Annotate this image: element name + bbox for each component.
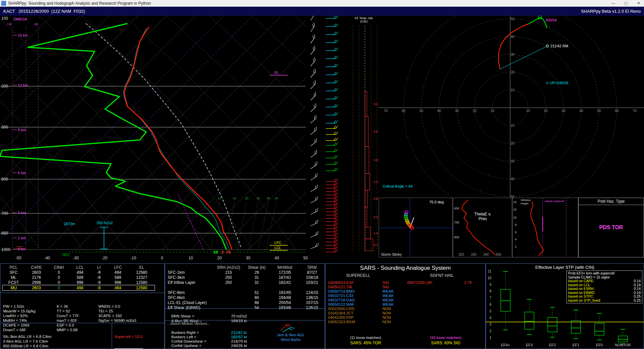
svg-text:40: 40	[511, 177, 515, 181]
svg-text:340: 340	[483, 253, 489, 256]
svg-text:20: 20	[544, 109, 548, 113]
svg-text:320: 320	[459, 253, 464, 256]
sars-match[interactable]: 54050121.TIKSIG	[328, 285, 403, 289]
sars-supercell-header: SUPERCELL	[346, 273, 370, 278]
effective-inflow-top-height: 1872m	[64, 222, 75, 226]
svg-text:10: 10	[511, 124, 515, 128]
critical-angle-label: Critical Angle = 64	[383, 184, 413, 188]
temp-advection-panel[interactable]: Inf. Temp. Adv. (C/hr) 0.10.60.91.30.50.…	[323, 16, 379, 257]
parcel-table: PCL CAPE CINH LCL LI LFC EL SFC26030494-…	[2, 265, 155, 291]
svg-text:20: 20	[473, 109, 477, 113]
stp-probability-legend: Prob EF2+ torn with supercell Sample CLI…	[567, 270, 642, 303]
svg-text:15 km: 15 km	[18, 33, 28, 37]
shear-spacer-row	[166, 285, 325, 290]
maximize-button[interactable]: ▢	[621, 0, 631, 7]
sars-match[interactable]: 04032721.C33WEAK	[328, 294, 403, 298]
minimize-button[interactable]: —	[608, 0, 619, 7]
shear-row: SFC-8km60194/48136/15	[166, 295, 325, 300]
storm-slinky-canvas: 75.0 deg Storm Slinky	[379, 198, 452, 257]
sars-match[interactable]: 99050122.MAFWEAK	[328, 302, 403, 306]
svg-text:10: 10	[490, 109, 494, 113]
srwind-title-2: Height	[521, 202, 529, 205]
sars-match[interactable]: 03050719.BMXWEAK	[328, 289, 403, 293]
srwind-annotation: classic supercell	[545, 200, 564, 203]
svg-text:EF2: EF2	[549, 343, 556, 347]
sars-hail-match[interactable]: 00072100.LBF2.75	[407, 281, 482, 285]
hodograph-canvas: 7060504030201010203040506070504030201010…	[379, 16, 644, 198]
svg-text:10: 10	[526, 109, 530, 113]
sars-match[interactable]: 04052323.BGMNON	[328, 320, 403, 324]
svg-text:12: 12	[513, 208, 517, 211]
divider	[0, 293, 164, 293]
svg-text:1.4: 1.4	[374, 232, 378, 235]
svg-text:60: 60	[615, 109, 619, 113]
parcel-row-sfc[interactable]: SFC26030494-949412580	[3, 270, 155, 275]
slinky-title: Storm Slinky	[381, 252, 402, 256]
skewt-panel[interactable]: 101620253034 OMEGA +10 -10 EL LFC LCL SF…	[0, 16, 323, 263]
sars-match[interactable]: 00022606.CRSNON	[328, 307, 403, 311]
hodo-top-wind-label: 200/54	[545, 18, 557, 22]
svg-text:10: 10	[189, 256, 193, 260]
svg-text:-50: -50	[15, 256, 21, 260]
kinematics-panel: SRH (m2/s2) Shear (kt) MnWind SRW SFC-1k…	[165, 263, 325, 349]
svg-text:0 km: 0 km	[18, 247, 26, 251]
mini-wind-barb-icon	[278, 321, 297, 332]
skewt-canvas: 101620253034 OMEGA +10 -10 EL LFC LCL SF…	[0, 16, 323, 263]
sfc-label: SFC	[62, 253, 70, 257]
app-icon	[1, 1, 6, 6]
svg-text:200: 200	[1, 84, 8, 89]
composite-indices: Supercell = 13.0 STP (cin) = 3.3 STP (fi…	[114, 325, 143, 349]
shear-row: SFC-1km21529172/3587/27	[166, 270, 325, 275]
thetae-title-2: Pres	[479, 216, 487, 221]
parcel-row-fcst[interactable]: FCST29960996-999612580	[3, 280, 155, 285]
svg-text:1: 1	[489, 336, 491, 340]
hazard-value: PDS TOR	[579, 225, 644, 231]
svg-text:20: 20	[511, 142, 515, 145]
sars-match[interactable]: 03040623.ESFSIG	[328, 281, 403, 285]
svg-text:0.3: 0.3	[374, 215, 378, 219]
close-button[interactable]: ✕	[633, 0, 644, 7]
svg-text:3.7: 3.7	[374, 243, 378, 247]
svg-text:100: 100	[1, 16, 8, 21]
svg-text:700: 700	[454, 221, 459, 224]
sars-match[interactable]: 01042304.JCTNON	[328, 311, 403, 315]
sars-title: SARS - Sounding Analogue System	[325, 265, 485, 271]
supercell-index: Supercell = 13.0	[114, 334, 143, 339]
svg-text:0: 0	[161, 256, 163, 260]
thetae-panel[interactable]: 320330340350600700800 ThetaE v. Pres	[453, 198, 512, 257]
divider	[0, 323, 164, 323]
svg-text:EF3: EF3	[526, 343, 533, 347]
svg-text:70: 70	[384, 109, 388, 113]
svg-text:EF0: EF0	[596, 343, 603, 347]
parcel-row-ml[interactable]: ML21760589-858912327	[3, 275, 155, 280]
svg-text:10: 10	[511, 88, 515, 92]
sounding-title: KACT 20151226/2000 (12Z NAM F032)	[3, 9, 85, 14]
sars-match[interactable]: 04032718.GAGWEAK	[328, 298, 403, 302]
svg-text:3 km: 3 km	[18, 211, 26, 215]
svg-text:30: 30	[455, 109, 459, 113]
svg-text:3: 3	[489, 322, 491, 326]
svg-text:2: 2	[515, 245, 517, 248]
svg-text:9 km: 9 km	[18, 128, 26, 132]
hodograph-panel[interactable]: 7060504030201010203040506070504030201010…	[379, 16, 644, 198]
svg-text:6 km: 6 km	[18, 171, 26, 175]
svg-text:50: 50	[511, 17, 515, 21]
hodograph-trace-upper	[529, 17, 547, 28]
temp-adv-title: Inf. Temp. Adv.	[355, 16, 373, 20]
sars-match[interactable]: 04042300.P#PNON	[328, 315, 403, 319]
divider	[165, 308, 325, 309]
srwind-title-1: SRWind	[521, 199, 530, 202]
hazard-panel[interactable]: Psbl Haz. Type PDS TOR	[578, 198, 644, 257]
storm-slinky-panel[interactable]: 75.0 deg Storm Slinky	[379, 198, 453, 257]
svg-text:50: 50	[419, 109, 423, 113]
bunkers-right-marker-label: 211/42 RM	[550, 44, 568, 48]
svg-text:40: 40	[511, 35, 515, 39]
parcel-row-mu-selected[interactable]: MU26030494-949412580	[3, 285, 155, 291]
svg-text:1.3: 1.3	[374, 180, 378, 184]
svg-text:14: 14	[513, 200, 517, 204]
srwind-panel[interactable]: 1412108642 SRWind Height classic superce…	[512, 198, 578, 257]
stp-title: Effective Layer STP (with CIN)	[486, 265, 644, 270]
svg-text:7: 7	[489, 296, 491, 300]
lfc-marker-label: LFC	[274, 241, 281, 245]
svg-text:25: 25	[257, 197, 260, 200]
